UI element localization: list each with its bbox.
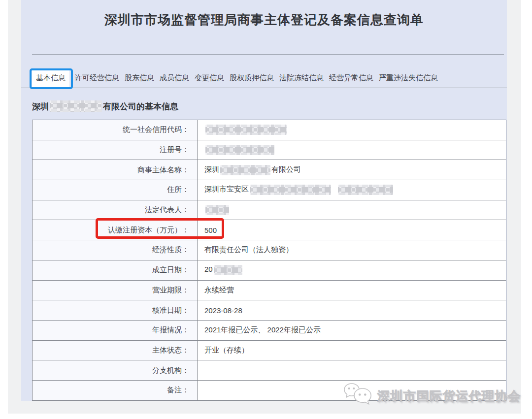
row-value: 深圳有限公司: [198, 160, 506, 180]
row-value: [198, 200, 506, 220]
row-value: 500: [198, 220, 506, 240]
table-row: 分支机构：: [33, 360, 506, 381]
value-text: 深圳: [204, 165, 219, 173]
row-value: 深圳市宝安区: [198, 180, 506, 200]
row-value: [198, 120, 506, 140]
table-row: 商事主体名称：深圳有限公司: [33, 160, 506, 180]
row-value: [198, 140, 506, 160]
tab-shareholder-info[interactable]: 股东信息: [125, 69, 154, 87]
chat-bubbles-icon: [343, 382, 375, 410]
tab-licensed-business-info[interactable]: 许可经营信息: [75, 69, 119, 87]
redacted-mosaic: [338, 185, 393, 195]
value-text: 2021年报已公示、 2022年报已公示: [204, 325, 321, 334]
row-label: 经济性质：: [33, 240, 198, 260]
redacted-mosaic: [214, 265, 242, 275]
table-row: 营业期限：永续经营: [33, 280, 506, 300]
table-row: 年报情况：2021年报已公示、 2022年报已公示: [33, 320, 506, 340]
row-label: 认缴注册资本（万元）：: [33, 220, 198, 240]
row-label: 年报情况：: [33, 320, 198, 340]
watermark: 深圳市国际货运代理协会: [343, 382, 521, 410]
value-text: 有限公司: [271, 165, 301, 173]
tab-change-info[interactable]: 变更信息: [195, 69, 224, 87]
row-value: 有限责任公司（法人独资）: [198, 240, 506, 260]
table-row: 成立日期：20: [33, 260, 506, 280]
value-text: 永续经营: [204, 286, 234, 294]
row-value: 20: [198, 260, 506, 280]
value-text: 开业（存续）: [204, 346, 249, 354]
redacted-mosaic: [205, 125, 287, 135]
watermark-text: 深圳市国际货运代理协会: [377, 388, 521, 404]
tab-court-freeze-info[interactable]: 法院冻结信息: [279, 69, 324, 87]
heading-prefix: 深圳: [32, 101, 49, 112]
page-title: 深圳市市场监督管理局商事主体登记及备案信息查询单: [21, 0, 507, 29]
value-text: 20: [204, 265, 213, 274]
tab-serious-violation-info[interactable]: 严重违法失信信息: [379, 69, 438, 87]
value-text: 深圳市宝安区: [204, 185, 249, 193]
query-sheet: 深圳市市场监督管理局商事主体登记及备案信息查询单 基本信息许可经营信息股东信息成…: [21, 0, 507, 401]
table-row: 认缴注册资本（万元）：500: [33, 220, 506, 240]
value-text: 有限责任公司（法人独资）: [204, 245, 293, 254]
row-value: 2021年报已公示、 2022年报已公示: [198, 320, 506, 340]
row-value: 永续经营: [198, 280, 506, 300]
row-label: 主体状态：: [33, 340, 198, 360]
table-row: 经济性质：有限责任公司（法人独资）: [33, 240, 506, 260]
row-label: 商事主体名称：: [33, 160, 198, 180]
row-label: 成立日期：: [33, 260, 198, 280]
redacted-mosaic: [50, 100, 102, 112]
page: 深圳市市场监督管理局商事主体登记及备案信息查询单 基本信息许可经营信息股东信息成…: [0, 0, 532, 419]
value-text: 2023-08-28: [204, 306, 242, 315]
row-value: [198, 360, 506, 381]
tab-abnormal-operation-info[interactable]: 经营异常信息: [329, 69, 373, 87]
tab-member-info[interactable]: 成员信息: [160, 69, 189, 87]
redacted-mosaic: [205, 205, 229, 215]
row-label: 核准日期：: [33, 300, 198, 321]
table-row: 注册号：: [33, 140, 506, 160]
section-heading: 深圳 有限公司的基本信息: [32, 100, 507, 112]
table-row: 主体状态：开业（存续）: [33, 340, 506, 360]
tab-basic-info[interactable]: 基本信息: [32, 69, 69, 87]
basic-info-table: 统一社会信用代码：注册号：商事主体名称：深圳有限公司住所：深圳市宝安区法定代表人…: [32, 120, 506, 401]
table-row: 核准日期：2023-08-28: [33, 300, 506, 321]
row-label: 法定代表人：: [33, 200, 198, 220]
tab-equity-pledge-info[interactable]: 股权质押信息: [230, 69, 274, 87]
table-row: 住所：深圳市宝安区: [33, 180, 506, 200]
row-value: 2023-08-28: [198, 300, 506, 321]
row-label: 住所：: [33, 180, 198, 200]
row-label: 统一社会信用代码：: [33, 120, 198, 140]
heading-suffix: 有限公司的基本信息: [103, 101, 178, 112]
table-row: 法定代表人：: [33, 200, 506, 220]
redacted-mosaic: [205, 145, 274, 155]
row-label: 备注：: [33, 380, 198, 400]
redacted-mosaic: [250, 185, 331, 195]
row-label: 营业期限：: [33, 280, 198, 300]
row-label: 注册号：: [33, 140, 198, 160]
tab-bar: 基本信息许可经营信息股东信息成员信息变更信息股权质押信息法院冻结信息经营异常信息…: [21, 69, 507, 88]
redacted-mosaic: [220, 165, 270, 175]
row-label: 分支机构：: [33, 360, 198, 381]
row-value: 开业（存续）: [198, 340, 506, 360]
value-text: 500: [204, 226, 217, 234]
table-row: 统一社会信用代码：: [33, 120, 506, 140]
title-divider: [32, 54, 504, 55]
